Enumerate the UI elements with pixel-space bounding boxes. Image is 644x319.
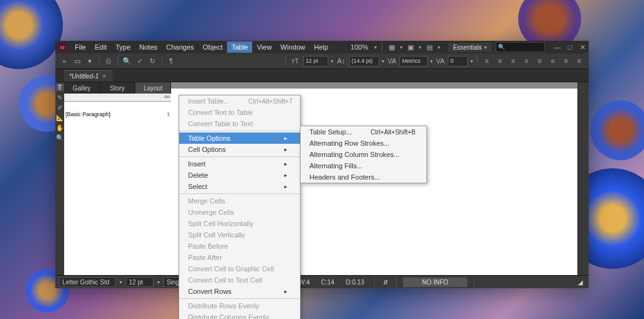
- menu-help[interactable]: Help: [309, 41, 333, 53]
- line-number: 1: [167, 111, 170, 117]
- mi-convert-graphic-cell: Convert Cell to Graphic Cell: [179, 263, 300, 274]
- leading-field[interactable]: (14.4 pt): [349, 56, 379, 67]
- close-button[interactable]: ✕: [579, 43, 586, 51]
- right-panel-strip[interactable]: [577, 82, 589, 275]
- menu-window[interactable]: Window: [276, 41, 309, 53]
- status-bar: Letter Gothic Std▾ 12 pt▾ Singlespace▾ ▯…: [55, 275, 589, 288]
- font-size-field[interactable]: 12 pt: [303, 56, 329, 67]
- menu-file[interactable]: File: [70, 41, 91, 53]
- chevron-down-icon[interactable]: ▾: [419, 45, 421, 50]
- chevron-down-icon[interactable]: ▾: [438, 45, 440, 50]
- mi-insert-table[interactable]: Insert Table...Ctrl+Alt+Shift+T: [179, 95, 300, 107]
- align-left-icon[interactable]: ≡: [481, 55, 492, 67]
- screen-mode-icon[interactable]: ▣: [406, 43, 415, 51]
- align-right-icon[interactable]: ≡: [508, 55, 519, 67]
- mi-alt-fills[interactable]: Alternating Fills...: [301, 160, 426, 171]
- mi-convert-rows[interactable]: Convert Rows▸: [179, 286, 300, 297]
- app-icon: Id: [58, 43, 67, 51]
- tab-close-icon[interactable]: ×: [103, 73, 106, 80]
- folder-icon[interactable]: ▭: [72, 55, 82, 67]
- tab-layout[interactable]: Layout: [135, 82, 171, 94]
- justify-last-left-icon[interactable]: ≡: [534, 55, 545, 67]
- status-font[interactable]: Letter Gothic Std: [59, 277, 116, 287]
- application-window: Id File Edit Type Notes Changes Object T…: [55, 41, 589, 288]
- search-icon: 🔍: [498, 44, 505, 50]
- document-title: *Untitled-1: [69, 73, 99, 80]
- size-icon: тT: [290, 55, 300, 67]
- zoom-dropdown-icon[interactable]: ▾: [374, 45, 377, 50]
- note-tool-icon[interactable]: ✎: [56, 94, 64, 101]
- mi-split-horizontal: Split Cell Horizontally: [179, 218, 300, 229]
- table-menu-popup: Insert Table...Ctrl+Alt+Shift+T Convert …: [179, 95, 301, 319]
- type-tool-icon[interactable]: T: [56, 84, 64, 91]
- document-tab[interactable]: *Untitled-1 ×: [64, 70, 113, 82]
- arrange-icon[interactable]: ▤: [425, 43, 434, 51]
- justify-last-right-icon[interactable]: ≡: [560, 55, 572, 67]
- status-size[interactable]: 12 pt: [126, 277, 153, 287]
- expand-icon[interactable]: ◢: [576, 278, 585, 286]
- menu-edit[interactable]: Edit: [91, 41, 111, 53]
- paragraph-style-label: [Basic Paragraph]: [65, 111, 111, 117]
- mi-delete[interactable]: Delete▸: [179, 170, 300, 181]
- hand-tool-icon[interactable]: ✋: [56, 124, 64, 131]
- menu-changes[interactable]: Changes: [162, 41, 198, 53]
- menu-notes[interactable]: Notes: [135, 41, 162, 53]
- search-input[interactable]: 🔍: [496, 42, 545, 52]
- leading-icon: A↕: [336, 55, 346, 67]
- status-chars: C:14: [318, 279, 338, 286]
- eyedropper-icon[interactable]: ✐: [56, 104, 64, 111]
- print-icon[interactable]: ⎙: [103, 55, 113, 67]
- maximize-button[interactable]: □: [566, 43, 574, 51]
- status-dist: D:0.13: [342, 279, 368, 286]
- find-icon[interactable]: 🔍: [122, 55, 132, 67]
- tab-galley[interactable]: Galley: [64, 82, 100, 94]
- depth-icon[interactable]: ⇵: [381, 278, 390, 286]
- zoom-level[interactable]: 100%: [348, 42, 370, 52]
- mi-table-options[interactable]: Table Options▸: [179, 132, 300, 144]
- pilcrow-icon[interactable]: ¶: [166, 55, 176, 67]
- mi-merge-cells: Merge Cells: [179, 195, 300, 207]
- tracking-field[interactable]: 0: [448, 56, 468, 67]
- spell-icon[interactable]: ✓: [135, 55, 145, 67]
- menu-view[interactable]: View: [252, 41, 276, 53]
- mi-cell-options[interactable]: Cell Options▸: [179, 144, 300, 155]
- menu-type[interactable]: Type: [111, 41, 135, 53]
- text-panel: oo [Basic Paragraph] 1: [64, 94, 171, 275]
- mi-alt-row-strokes[interactable]: Alternating Row Strokes...: [301, 138, 426, 149]
- story-panel: Galley Story Layout oo [Basic Paragraph]…: [64, 82, 171, 275]
- justify-last-center-icon[interactable]: ≡: [547, 55, 558, 67]
- menu-table[interactable]: Table: [227, 41, 252, 53]
- mi-convert-table-to-text: Convert Table to Text: [179, 118, 300, 129]
- changes-icon[interactable]: ↻: [147, 55, 157, 67]
- measure-icon[interactable]: 📐: [56, 114, 64, 121]
- zoom-tool-icon[interactable]: 🔍: [56, 134, 64, 141]
- table-options-submenu: Table Setup...Ctrl+Alt+Shift+B Alternati…: [300, 126, 427, 183]
- document-tab-bar: *Untitled-1 ×: [55, 69, 589, 82]
- tab-story[interactable]: Story: [100, 82, 136, 94]
- justify-all-icon[interactable]: ≡: [574, 55, 585, 67]
- mi-alt-col-strokes[interactable]: Alternating Column Strokes...: [301, 149, 426, 160]
- mi-headers-footers[interactable]: Headers and Footers...: [301, 171, 426, 183]
- menu-object[interactable]: Object: [198, 41, 227, 53]
- align-center-icon[interactable]: ≡: [494, 55, 506, 67]
- ruler: [171, 82, 577, 89]
- chevron-down-icon[interactable]: ▾: [400, 45, 402, 50]
- kerning-icon: VA: [387, 55, 397, 67]
- status-info: NO INFO: [403, 278, 467, 287]
- mi-table-setup[interactable]: Table Setup...Ctrl+Alt+Shift+B: [301, 126, 426, 138]
- left-tool-strip: T ✎ ✐ 📐 ✋ 🔍: [55, 82, 64, 275]
- kerning-field[interactable]: Metrics: [399, 56, 427, 67]
- tracking-icon: VA: [435, 55, 445, 67]
- mi-insert[interactable]: Insert▸: [179, 158, 300, 170]
- view-options-icon[interactable]: ▦: [387, 43, 396, 51]
- minimize-button[interactable]: —: [553, 43, 561, 51]
- mi-convert-text-to-table: Convert Text to Table: [179, 107, 300, 118]
- mi-split-vertical: Split Cell Vertically: [179, 229, 300, 241]
- workspace-switcher[interactable]: Essentials▾: [448, 43, 492, 52]
- collapse-icon[interactable]: «: [59, 55, 69, 67]
- justify-icon[interactable]: ≡: [521, 55, 532, 67]
- titlebar: Id File Edit Type Notes Changes Object T…: [55, 41, 589, 53]
- mi-select[interactable]: Select▸: [179, 181, 300, 192]
- mi-convert-text-cell: Convert Cell to Text Cell: [179, 274, 300, 286]
- save-icon[interactable]: ▾: [85, 55, 95, 67]
